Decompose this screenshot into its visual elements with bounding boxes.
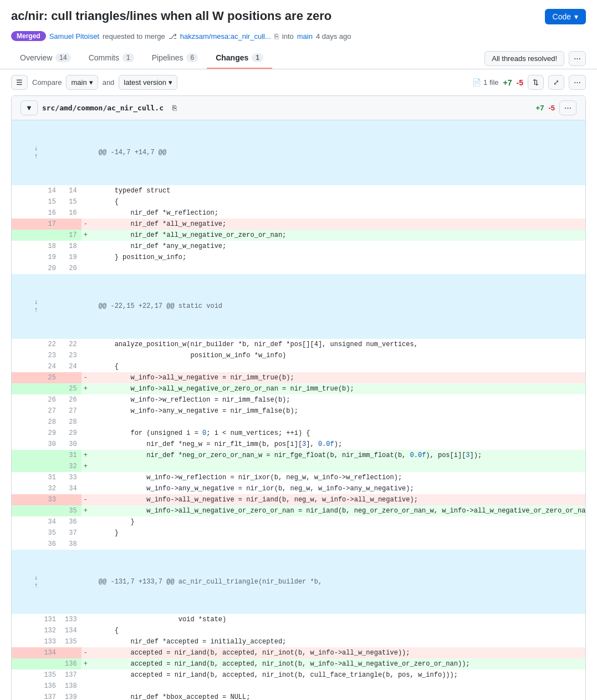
tab-pipelines[interactable]: Pipelines 6 (143, 48, 207, 69)
table-row: 136 + accepted = nir_iand(b, accepted, n… (12, 658, 586, 669)
table-row: 2626 w_info->w_reflection = nir_imm_fals… (12, 394, 586, 405)
table-row: 2424 { (12, 361, 586, 372)
table-row: 2727 w_info->any_w_negative = nir_imm_fa… (12, 405, 586, 417)
base-branch-selector[interactable]: main ▾ (66, 75, 98, 90)
table-row: 25 + w_info->all_w_negative_or_zero_or_n… (12, 383, 586, 394)
table-row: 136138 (12, 681, 586, 692)
tab-changes[interactable]: Changes 1 (207, 48, 272, 69)
table-row: 2929 for (unsigned i = 0; i < num_vertic… (12, 428, 586, 439)
table-row: 135137 accepted = nir_iand(b, accepted, … (12, 669, 586, 681)
table-row: 35 + w_info->all_w_negative_or_zero_or_n… (12, 505, 586, 516)
table-row: 137139 nir_def *bbox_accepted = NULL; (12, 692, 586, 700)
table-row: 17 - nir_def *all_w_negative; (12, 219, 586, 230)
chevron-down-icon: ▾ (169, 78, 172, 87)
chevron-down-icon: ▾ (89, 78, 93, 87)
all-threads-button[interactable]: All threads resolved! (484, 51, 564, 66)
table-row: 1818 nir_def *any_w_negative; (12, 241, 586, 252)
file-options-button[interactable]: ⋯ (559, 100, 576, 115)
table-row: 3133 w_info->w_reflection = nir_ixor(b, … (12, 472, 586, 483)
table-row: 133135 nir_def *accepted = initially_acc… (12, 636, 586, 647)
hunk-header-1: ↓↑ @@ -14,7 +14,7 @@ (12, 120, 586, 185)
page-header: ac/nir: cull triangles/lines when all W … (0, 0, 597, 29)
more-options-button[interactable]: ⋯ (569, 51, 586, 66)
file-path: src/amd/common/ac_nir_cull.c (42, 104, 164, 112)
hunk-header-2: ↓↑ @@ -22,15 +22,17 @@ static void (12, 274, 586, 339)
table-row: 3537 } (12, 527, 586, 539)
hunk-header-3: ↓↑ @@ -131,7 +133,7 @@ ac_nir_cull_trian… (12, 550, 586, 615)
page-title: ac/nir: cull triangles/lines when all W … (11, 9, 331, 23)
settings-button[interactable]: ⋯ (569, 75, 586, 90)
copy-path-button[interactable]: ⎘ (168, 101, 181, 115)
diff-table: ↓↑ @@ -14,7 +14,7 @@ 1414 typedef struct… (12, 120, 586, 700)
expand-arrows-2[interactable]: ↓↑ (16, 298, 56, 315)
code-button[interactable]: Code ▾ (545, 9, 586, 24)
target-branch-link[interactable]: main (297, 32, 313, 40)
source-branch-link[interactable]: hakzsam/mesa:ac_nir_cull... (180, 32, 271, 40)
table-row: 3030 nir_def *neg_w = nir_flt_imm(b, pos… (12, 439, 586, 450)
status-badge: Merged (11, 31, 46, 41)
table-row: 3638 (12, 539, 586, 550)
table-row: 17 + nir_def *all_w_negative_or_zero_or_… (12, 230, 586, 241)
table-row: 2222 analyze_position_w(nir_builder *b, … (12, 339, 586, 350)
table-row: 1919 } position_w_info; (12, 252, 586, 263)
table-row: 32 + (12, 461, 586, 472)
table-row: 132134 { (12, 625, 586, 636)
branch-icon: ⎇ (169, 32, 177, 40)
chevron-down-icon: ▾ (574, 12, 578, 21)
file-count: 📄 1 file (472, 78, 498, 87)
lines-removed: -5 (517, 78, 523, 87)
merge-meta: Merged Samuel Pitoiset requested to merg… (0, 29, 597, 48)
tab-commits[interactable]: Commits 1 (80, 48, 143, 69)
table-row: 1616 nir_def *w_reflection; (12, 207, 586, 219)
table-row: 3436 } (12, 516, 586, 527)
toolbar-right: 📄 1 file +7 -5 ⇅ ⤢ ⋯ (472, 75, 586, 90)
toolbar: ☰ Compare main ▾ and latest version ▾ 📄 … (0, 69, 597, 95)
table-row: 2020 (12, 263, 586, 274)
table-row: 134 - accepted = nir_iand(b, accepted, n… (12, 647, 586, 658)
author-link[interactable]: Samuel Pitoiset (49, 32, 99, 40)
sidebar-toggle-button[interactable]: ☰ (11, 75, 28, 90)
tabs-row: Overview 14 Commits 1 Pipelines 6 Change… (0, 48, 597, 69)
collapse-file-button[interactable]: ▼ (21, 100, 38, 115)
table-row: 25 - w_info->all_w_negative = nir_imm_tr… (12, 372, 586, 383)
lines-added: +7 (503, 78, 512, 87)
table-row: 2323 position_w_info *w_info) (12, 350, 586, 361)
table-row: 33 - w_info->all_w_negative = nir_iand(b… (12, 494, 586, 505)
diff-container: ▼ src/amd/common/ac_nir_cull.c ⎘ +7 -5 ⋯… (11, 95, 586, 700)
table-row: 1414 typedef struct (12, 185, 586, 196)
expand-arrows-3[interactable]: ↓↑ (16, 574, 56, 590)
expand-arrows[interactable]: ↓↑ (16, 145, 56, 161)
diff-view-toggle[interactable]: ⇅ (528, 75, 544, 90)
copy-icon[interactable]: ⎘ (274, 32, 279, 40)
table-row: 31 + nir_def *neg_or_zero_or_nan_w = nir… (12, 450, 586, 461)
file-removed: -5 (548, 104, 555, 112)
table-row: 131133 void *state) (12, 614, 586, 625)
table-row: 3234 w_info->any_w_negative = nir_ior(b,… (12, 483, 586, 494)
collapse-button[interactable]: ⤢ (548, 75, 564, 90)
file-header: ▼ src/amd/common/ac_nir_cull.c ⎘ +7 -5 ⋯ (12, 96, 585, 120)
file-header-right: +7 -5 ⋯ (536, 100, 576, 115)
file-added: +7 (536, 104, 544, 112)
version-selector[interactable]: latest version ▾ (119, 75, 177, 90)
tab-overview[interactable]: Overview 14 (11, 48, 80, 69)
table-row: 1515 { (12, 196, 586, 207)
table-row: 2828 (12, 417, 586, 428)
tab-actions: All threads resolved! ⋯ (484, 51, 586, 66)
